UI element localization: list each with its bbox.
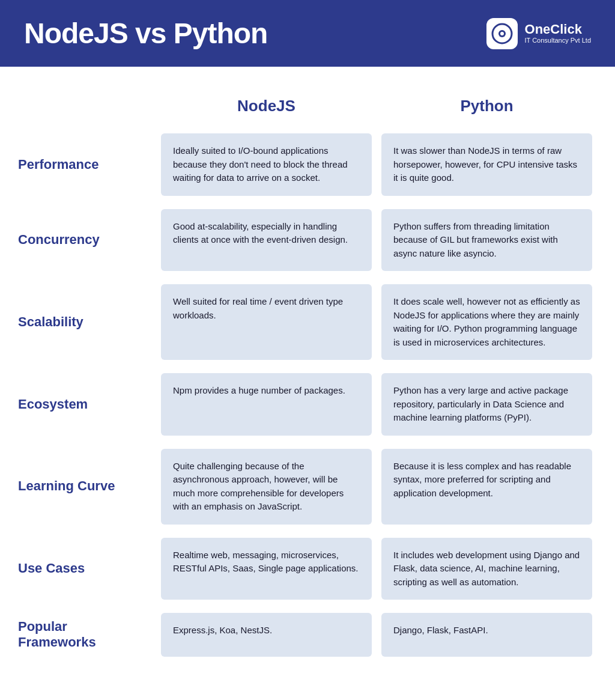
python-cell: Django, Flask, FastAPI. [381, 613, 592, 657]
logo-subtitle: IT Consultancy Pvt Ltd [525, 37, 591, 44]
table-row: Use CasesRealtime web, messaging, micros… [18, 538, 597, 600]
logo-area: OneClick IT Consultancy Pvt Ltd [486, 18, 591, 49]
table-row: PerformanceIdeally suited to I/O-bound a… [18, 133, 597, 196]
row-label-text: Concurrency [18, 232, 100, 248]
row-label-text: Scalability [18, 314, 83, 330]
python-cell: Python suffers from threading limitation… [381, 209, 592, 272]
row-label-text: Performance [18, 157, 99, 172]
row-label-text: Ecosystem [18, 397, 88, 412]
row-label-text: Use Cases [18, 561, 85, 576]
nodejs-cell: Good at-scalability, especially in handl… [161, 209, 372, 272]
col-header-python: Python [377, 91, 597, 127]
nodejs-cell: Well suited for real time / event driven… [161, 284, 372, 360]
comparison-rows: PerformanceIdeally suited to I/O-bound a… [18, 133, 597, 657]
row-label: Use Cases [18, 538, 156, 600]
logo-icon [486, 18, 518, 49]
python-cell: It was slower than NodeJS in terms of ra… [381, 133, 592, 196]
header: NodeJS vs Python OneClick IT Consultancy… [0, 0, 615, 67]
col-header-empty [18, 91, 156, 127]
python-cell: Python has a very large and active packa… [381, 373, 592, 436]
row-label: Performance [18, 133, 156, 196]
logo-brand: OneClick [525, 22, 591, 37]
svg-point-2 [500, 32, 504, 35]
table-row: Popular FrameworksExpress.js, Koa, NestJ… [18, 613, 597, 657]
col-header-nodejs: NodeJS [156, 91, 377, 127]
row-label: Popular Frameworks [18, 613, 156, 657]
row-label-text: Popular Frameworks [18, 619, 96, 651]
column-headers: NodeJS Python [18, 91, 597, 127]
nodejs-cell: Npm provides a huge number of packages. [161, 373, 372, 436]
row-label-text: Learning Curve [18, 478, 115, 494]
row-label: Learning Curve [18, 449, 156, 525]
logo-text: OneClick IT Consultancy Pvt Ltd [525, 22, 591, 44]
nodejs-cell: Ideally suited to I/O-bound applications… [161, 133, 372, 196]
table-row: Learning CurveQuite challenging because … [18, 449, 597, 525]
table-row: ConcurrencyGood at-scalability, especial… [18, 209, 597, 272]
row-label: Scalability [18, 284, 156, 360]
row-label: Ecosystem [18, 373, 156, 436]
table-row: ScalabilityWell suited for real time / e… [18, 284, 597, 360]
python-cell: It includes web development using Django… [381, 538, 592, 600]
main-content: NodeJS Python PerformanceIdeally suited … [0, 67, 615, 694]
nodejs-cell: Realtime web, messaging, microservices, … [161, 538, 372, 600]
python-cell: Because it is less complex and has reada… [381, 449, 592, 525]
table-row: EcosystemNpm provides a huge number of p… [18, 373, 597, 436]
row-label: Concurrency [18, 209, 156, 272]
nodejs-cell: Express.js, Koa, NestJS. [161, 613, 372, 657]
page-title: NodeJS vs Python [24, 17, 267, 50]
nodejs-cell: Quite challenging because of the asynchr… [161, 449, 372, 525]
python-cell: It does scale well, however not as effic… [381, 284, 592, 360]
